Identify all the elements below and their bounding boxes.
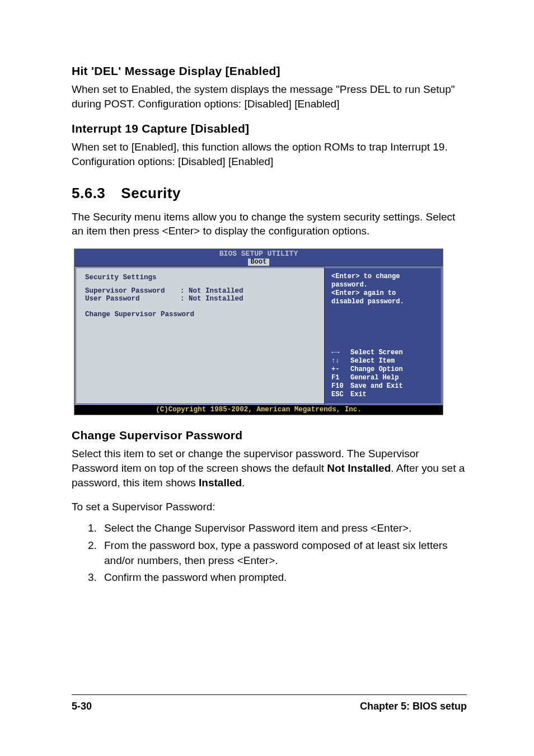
- bios-key-label: Select Screen: [350, 349, 403, 357]
- steps-list: Select the Change Supervisor Password it…: [72, 521, 467, 585]
- f10-key: F10: [331, 382, 350, 391]
- bios-key-label: Exit: [350, 391, 367, 399]
- bios-help-text: <Enter> to change password. <Enter> agai…: [331, 273, 435, 306]
- bios-key-row: F1General Help: [331, 374, 435, 382]
- bios-supervisor-value: : Not Installed: [180, 287, 243, 295]
- bios-key-row: F10Save and Exit: [331, 382, 435, 391]
- security-intro: The Security menu items allow you to cha…: [72, 210, 467, 238]
- bios-user-value: : Not Installed: [180, 295, 243, 303]
- bios-key-label: Select Item: [350, 357, 395, 365]
- bios-help-line: password.: [331, 281, 435, 289]
- bios-left-panel: Security Settings Supervisor Password : …: [74, 266, 324, 405]
- bios-key-legend: ←→Select Screen ↑↓Select Item +-Change O…: [331, 349, 435, 399]
- bios-key-row: ESCExit: [331, 391, 435, 399]
- bios-row-user: User Password : Not Installed: [85, 295, 315, 303]
- bios-supervisor-label: Supervisor Password: [85, 287, 180, 295]
- change-supervisor-para: Select this item to set or change the su…: [72, 447, 467, 490]
- bios-key-row: +-Change Option: [331, 365, 435, 374]
- arrow-ud-icon: ↑↓: [331, 357, 350, 365]
- bios-tab-boot: Boot: [248, 259, 270, 266]
- chapter-label: Chapter 5: BIOS setup: [360, 701, 467, 712]
- step-item: Confirm the password when prompted.: [100, 570, 467, 585]
- bios-help-line: <Enter> again to: [331, 289, 435, 298]
- bios-titlebar: BIOS SETUP UTILITY Boot: [74, 249, 443, 266]
- step-item: Select the Change Supervisor Password it…: [100, 521, 467, 536]
- bios-right-panel: <Enter> to change password. <Enter> agai…: [324, 266, 443, 405]
- bios-help-line: <Enter> to change: [331, 273, 435, 281]
- bios-title: BIOS SETUP UTILITY: [74, 250, 443, 258]
- step-item: From the password box, type a password c…: [100, 538, 467, 568]
- bios-user-label: User Password: [85, 295, 180, 303]
- heading-change-supervisor: Change Supervisor Password: [72, 429, 467, 442]
- bios-row-supervisor: Supervisor Password : Not Installed: [85, 287, 315, 295]
- bios-key-label: General Help: [350, 374, 399, 382]
- heading-title: Security: [121, 185, 181, 201]
- bold-not-installed: Not Installed: [327, 462, 391, 474]
- text-fragment: .: [242, 477, 245, 489]
- heading-security: 5.6.3Security: [72, 185, 467, 202]
- esc-key: ESC: [331, 391, 350, 399]
- heading-number: 5.6.3: [72, 185, 105, 202]
- plus-minus-icon: +-: [331, 365, 350, 374]
- bios-key-row: ←→Select Screen: [331, 349, 435, 357]
- page-number: 5-30: [72, 701, 92, 712]
- f1-key: F1: [331, 374, 350, 382]
- page-footer: 5-30 Chapter 5: BIOS setup: [72, 694, 467, 712]
- bios-copyright: (C)Copyright 1985-2002, American Megatre…: [74, 405, 443, 415]
- heading-hit-del: Hit 'DEL' Message Display [Enabled]: [72, 64, 467, 78]
- arrow-lr-icon: ←→: [331, 349, 350, 357]
- body-hit-del: When set to Enabled, the system displays…: [72, 82, 467, 111]
- bios-key-label: Change Option: [350, 365, 403, 374]
- bios-security-heading: Security Settings: [85, 274, 315, 281]
- bios-change-supervisor: Change Supervisor Password: [85, 311, 315, 318]
- bold-installed: Installed: [199, 477, 242, 489]
- bios-key-label: Save and Exit: [350, 382, 403, 391]
- heading-interrupt-19: Interrupt 19 Capture [Disabled]: [72, 122, 467, 135]
- body-interrupt-19: When set to [Enabled], this function all…: [72, 140, 467, 168]
- steps-intro: To set a Supervisor Password:: [72, 501, 467, 513]
- bios-help-line: disabled password.: [331, 298, 435, 306]
- bios-screenshot: BIOS SETUP UTILITY Boot Security Setting…: [74, 248, 443, 416]
- bios-key-row: ↑↓Select Item: [331, 357, 435, 365]
